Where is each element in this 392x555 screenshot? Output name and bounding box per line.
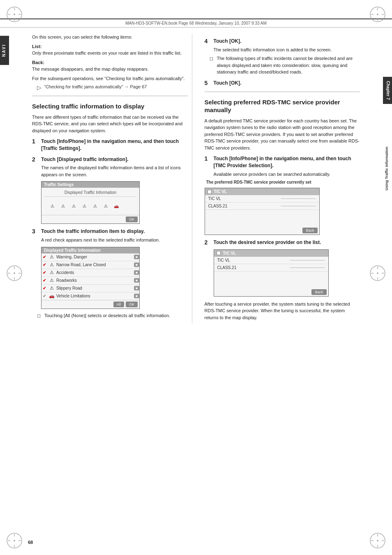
compass-bottom-right	[367, 530, 388, 551]
ss1-sublabel: Displayed Traffic Information	[45, 190, 136, 197]
chapter-label: Chapter 7	[383, 77, 392, 104]
ss2-btn-5[interactable]: ■	[134, 286, 139, 290]
step-4: 4 Touch [OK].	[205, 38, 360, 45]
ss2-ok-btn[interactable]: OK	[126, 302, 138, 307]
screenshot-displayed-traffic: Displayed Traffic Information ✔ ⚠ Warnin…	[41, 247, 140, 309]
navi-label: NAVI	[0, 36, 9, 65]
tmc-screenshot-1: TIC VL TIC VL ──────────── CLASS.21 ────…	[205, 188, 320, 235]
compass-top-left	[4, 4, 25, 25]
back-label: Back: The message disappears, and the ma…	[32, 59, 188, 73]
step-5: 5 Touch [OK].	[205, 80, 360, 87]
traffic-icon-3: ⚠	[69, 202, 78, 210]
ss2-row-1: ✔ ⚠ Warning, Danger ■	[42, 253, 139, 261]
tmc1-back-btn[interactable]: Back	[302, 228, 317, 233]
ss2-row-2: ✔ ⚠ Narrow Road, Lane Closed ■	[42, 261, 139, 269]
step2-sub: The names of the displayed traffic infor…	[41, 164, 188, 178]
tmc2-row2[interactable]: CLASS.21 ────────────	[214, 264, 328, 272]
ss2-row-5: ✔ ⚠ Slippery Road ■	[42, 285, 139, 292]
ss2-btn-1[interactable]: ■	[134, 255, 139, 259]
ss2-row-4: ✔ ⚠ Roadworks ■	[42, 277, 139, 285]
right-column: 4 Touch [OK]. The selected traffic infor…	[201, 34, 360, 323]
step-3: 3 Touch the traffic information item to …	[32, 228, 188, 235]
warning-icon-3: ⚠	[49, 270, 55, 276]
using-label: Using Traffic Information	[383, 143, 392, 195]
tmc-screenshot-2: TIC VL TIC VL ──────────── CLASS.21 ────…	[214, 249, 329, 297]
warning-icon-5: ⚠	[49, 286, 55, 291]
section1-title: Selecting traffic information to display	[32, 102, 188, 111]
header-text: MAN-HD3-SOFTW-EN.book Page 68 Wednesday,…	[125, 21, 267, 25]
ss2-all-btn[interactable]: All	[113, 302, 124, 307]
tmc1-row1[interactable]: TIC VL ────────────	[205, 195, 319, 203]
subsequent-text: For the subsequent operations, see “Chec…	[32, 75, 188, 82]
traffic-icon-4: ⚠	[80, 202, 88, 210]
step-1: 1 Touch [Info/Phone] in the navigation m…	[32, 138, 188, 152]
tmc2-spacer	[214, 272, 328, 288]
tmc1-header: TIC VL	[205, 188, 319, 195]
preferred-section: The preferred RDS-TMC service provider c…	[205, 180, 360, 235]
traffic-icons-row: ⚠ ⚠ ⚠ ⚠ ⚠ ⚠ 🚗	[45, 199, 136, 212]
svg-point-25	[14, 540, 15, 541]
left-margin: NAVI	[0, 28, 28, 329]
svg-point-1	[14, 14, 15, 15]
list-label: List: Only three proximate traffic event…	[32, 43, 188, 57]
tmc1-indicator	[208, 190, 212, 194]
step-2-right: 2 Touch the desired service provider on …	[205, 239, 360, 246]
note-cannot-deselect: ☐ The following types of traffic inciden…	[210, 55, 360, 76]
ss1-content: Displayed Traffic Information ⚠ ⚠ ⚠ ⚠ ⚠ …	[42, 188, 139, 215]
check-icon-2: ✔	[42, 262, 47, 268]
svg-point-31	[377, 540, 378, 541]
page-container: NAVI On this screen, you can select the …	[0, 28, 392, 329]
tmc2-back-row: Back	[214, 288, 328, 296]
warning-icon-6: 🚗	[49, 293, 55, 299]
ss1-ok-btn[interactable]: OK	[126, 216, 138, 222]
tmc1-row2[interactable]: CLASS.21 ────────────	[205, 203, 319, 210]
traffic-icon-6: ⚠	[101, 202, 110, 210]
note-all-none: ☐ Touching [All (None)] selects or desel…	[37, 312, 188, 319]
arrow-reference: ▷ “Checking for traffic jams automatical…	[37, 84, 188, 91]
step3-sub: A red check appears next to the selected…	[41, 237, 188, 244]
check-icon-3: ✔	[42, 270, 47, 276]
check-icon-5: ✔	[42, 286, 47, 291]
ss2-footer: All OK	[42, 300, 139, 309]
tmc2-indicator	[217, 251, 221, 255]
tmc1-spacer	[205, 210, 319, 226]
divider-1	[32, 96, 188, 96]
step4-sub: The selected traffic information icon is…	[214, 46, 360, 53]
warning-icon-2: ⚠	[49, 262, 55, 268]
compass-top-right	[367, 4, 388, 25]
check-icon-1: ✔	[42, 254, 47, 260]
ss2-btn-4[interactable]: ■	[134, 278, 139, 283]
traffic-icon-2: ⚠	[59, 202, 67, 210]
header-bar: MAN-HD3-SOFTW-EN.book Page 68 Wednesday,…	[0, 18, 392, 28]
warning-icon-4: ⚠	[49, 278, 55, 283]
tmc1-back-row: Back	[205, 226, 319, 235]
divider-right	[205, 92, 360, 92]
check-icon-6: ✔	[42, 293, 47, 299]
traffic-icon-5: ⚠	[91, 202, 99, 210]
left-column: On this screen, you can select the follo…	[32, 34, 192, 323]
section2-intro: A default preferred TMC service provider…	[205, 117, 360, 152]
right-margin: Chapter 7 Using Traffic Information	[364, 28, 392, 329]
svg-point-7	[377, 14, 378, 15]
tmc2-back-btn[interactable]: Back	[311, 289, 326, 295]
after-touch-text: After touching a service provider, the s…	[205, 301, 360, 321]
step-2: 2 Touch [Displayed traffic information].	[32, 156, 188, 163]
tmc2-header: TIC VL	[214, 250, 328, 257]
traffic-icon-7: 🚗	[112, 202, 120, 210]
main-content: On this screen, you can select the follo…	[28, 28, 364, 329]
ss2-btn-2[interactable]: ■	[134, 263, 139, 267]
preferred-label: The preferred RDS-TMC service provider c…	[205, 180, 360, 184]
ss2-btn-3[interactable]: ■	[134, 270, 139, 275]
ss2-content: ✔ ⚠ Warning, Danger ■ ✔ ⚠ Narrow Road, L…	[42, 253, 139, 300]
page-number: 68	[28, 540, 33, 545]
ss2-btn-6[interactable]: ■	[134, 294, 139, 298]
ss1-footer: OK	[42, 215, 139, 223]
check-icon-4: ✔	[42, 278, 47, 283]
ss1-titlebar: Traffic Settings	[42, 182, 139, 188]
compass-bottom-left	[4, 530, 25, 551]
tmc2-row1[interactable]: TIC VL ────────────	[214, 257, 328, 264]
warning-icon-1: ⚠	[49, 254, 55, 260]
ss2-row-3: ✔ ⚠ Accidents ■	[42, 269, 139, 277]
traffic-icon-1: ⚠	[48, 202, 56, 210]
ss2-titlebar: Displayed Traffic Information	[42, 247, 139, 253]
